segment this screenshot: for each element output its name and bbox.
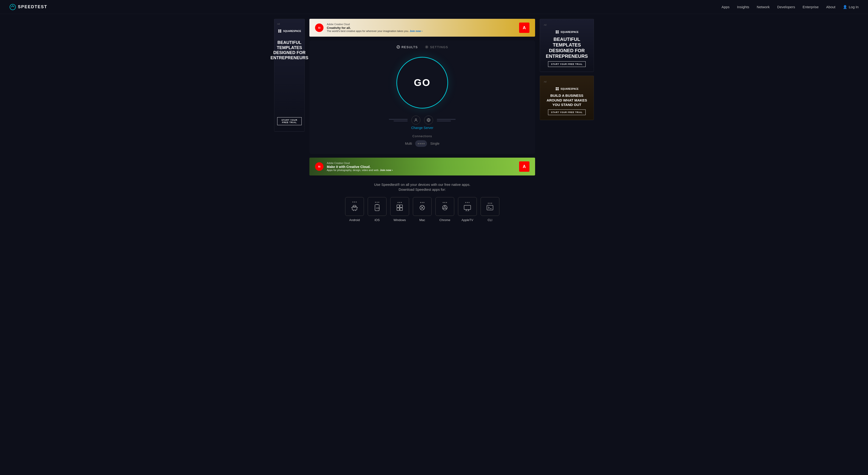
tab-results[interactable]: RESULTS: [396, 45, 418, 50]
banner-brand: Adobe Creative Cloud: [327, 23, 423, 26]
app-cli[interactable]: CLI: [480, 197, 499, 222]
left-ad-tag: Ad: [277, 23, 280, 25]
svg-rect-37: [557, 31, 559, 32]
toggle-dots: [416, 143, 426, 144]
cli-icon: [487, 205, 493, 210]
mac-icon: [419, 204, 426, 211]
squarespace-icon-left: [278, 29, 282, 33]
server-info-left: [389, 119, 408, 122]
svg-rect-2: [280, 30, 281, 31]
results-icon: [396, 45, 400, 49]
banner-cta-link[interactable]: Join now ›: [409, 30, 422, 32]
person-icon: 👤: [843, 5, 847, 9]
apps-grid: Android iOS iOS: [314, 197, 530, 222]
adobe-logo-bottom-right: A: [519, 161, 529, 172]
squarespace-logo-right-top: SQUARESPACE: [555, 30, 579, 34]
svg-rect-3: [278, 31, 280, 32]
windows-icon: [396, 204, 403, 211]
appletv-dots: [465, 202, 469, 203]
app-ios[interactable]: iOS iOS: [368, 197, 386, 222]
toggle-switch[interactable]: [415, 140, 427, 147]
bottom-banner-text: Adobe Creative Cloud Make it with Creati…: [327, 162, 393, 171]
nav-apps[interactable]: Apps: [721, 5, 730, 9]
svg-rect-19: [400, 205, 403, 207]
svg-point-7: [415, 118, 416, 120]
app-windows[interactable]: Windows: [390, 197, 409, 222]
server-info: [314, 115, 530, 125]
ios-icon: iOS: [374, 204, 380, 211]
change-server-link[interactable]: Change Server: [314, 126, 530, 130]
svg-rect-20: [397, 208, 399, 210]
squarespace-logo-left: SQUARESPACE: [278, 29, 301, 33]
app-mac[interactable]: Mac: [413, 197, 432, 222]
app-chrome[interactable]: Chrome: [435, 197, 454, 222]
nav-insights[interactable]: Insights: [737, 5, 749, 9]
squarespace-icon-right-bottom: [555, 87, 559, 91]
nav-about[interactable]: About: [826, 5, 835, 9]
cli-dots: [488, 203, 492, 204]
svg-rect-30: [464, 205, 471, 209]
chrome-dots: [443, 202, 447, 203]
top-banner-ad: Ai Adobe Creative Cloud Creativity for a…: [309, 19, 535, 37]
left-ad-cta-button[interactable]: START YOUR FREE TRIAL: [277, 117, 302, 125]
tab-settings[interactable]: SETTINGS: [425, 45, 448, 50]
bottom-body: Apps for photography, design, video and …: [327, 169, 393, 171]
download-text: Use Speedtest® on all your devices with …: [314, 182, 530, 186]
svg-point-26: [444, 207, 446, 209]
nav-network[interactable]: Network: [757, 5, 770, 9]
left-ad-box: Ad SQUARESPACE BEAUTIFUL TEMPLATES DESIG…: [274, 19, 305, 132]
download-subtext: Download Speedtest apps for:: [314, 188, 530, 192]
center-content: Ai Adobe Creative Cloud Creativity for a…: [309, 19, 535, 222]
banner-body: The world's best creative apps for where…: [327, 30, 423, 32]
navbar: SPEEDTEST Apps Insights Network Develope…: [0, 0, 868, 14]
chrome-icon-box: [435, 197, 454, 216]
android-icon: [351, 204, 358, 211]
globe-icon: [427, 118, 431, 122]
nav-enterprise[interactable]: Enterprise: [803, 5, 818, 9]
svg-line-32: [468, 209, 469, 211]
ios-dots: [375, 202, 379, 203]
globe-icon-circle: [424, 115, 433, 125]
dot-1: [418, 143, 419, 144]
app-appletv[interactable]: AppleTV: [458, 197, 477, 222]
chrome-icon: [441, 204, 448, 211]
go-button[interactable]: GO: [396, 57, 448, 108]
svg-rect-40: [556, 88, 557, 89]
svg-rect-4: [280, 31, 281, 32]
banner-ad-text: Adobe Creative Cloud Creativity for all.…: [327, 23, 423, 32]
windows-label: Windows: [394, 218, 406, 222]
right-ad-top-cta-button[interactable]: START YOUR FREE TRIAL: [548, 61, 586, 67]
mac-icon-box: [413, 197, 432, 216]
left-ad-headline: BEAUTIFUL TEMPLATES DESIGNED FOR ENTREPR…: [270, 40, 308, 60]
server-info-right: [437, 119, 456, 122]
svg-rect-18: [397, 205, 399, 207]
panel-tabs: RESULTS SETTINGS: [314, 45, 530, 50]
left-ad: Ad SQUARESPACE BEAUTIFUL TEMPLATES DESIG…: [274, 19, 305, 222]
logo[interactable]: SPEEDTEST: [9, 4, 47, 10]
multi-label: Multi: [405, 142, 412, 145]
user-icon: [414, 118, 418, 122]
svg-line-28: [446, 208, 447, 209]
svg-text:iOS: iOS: [376, 207, 380, 209]
squarespace-logo-right-bottom: SQUARESPACE: [555, 87, 579, 91]
login-link[interactable]: 👤 Log In: [843, 5, 859, 9]
appletv-label: AppleTV: [462, 218, 473, 222]
ios-label: iOS: [374, 218, 380, 222]
right-ad-top-tag: Ad: [544, 24, 547, 26]
user-icon-circle: [411, 115, 421, 125]
right-ad-bottom-cta-button[interactable]: START YOUR FREE TRIAL: [548, 109, 586, 115]
settings-icon: [425, 45, 429, 49]
bottom-banner-ad: Ai Adobe Creative Cloud Make it with Cre…: [309, 158, 535, 175]
dot-3: [422, 143, 423, 144]
appletv-icon: [464, 204, 471, 211]
svg-rect-43: [557, 89, 559, 90]
speedtest-panel: RESULTS SETTINGS GO: [309, 40, 535, 154]
bottom-cta-link[interactable]: Join now ›: [380, 169, 393, 171]
app-android[interactable]: Android: [345, 197, 364, 222]
svg-point-6: [426, 46, 427, 48]
go-container: GO: [314, 57, 530, 108]
nav-developers[interactable]: Developers: [777, 5, 795, 9]
info-bar-4: [437, 121, 451, 122]
dot-2: [420, 143, 421, 144]
cli-icon-box: [480, 197, 499, 216]
